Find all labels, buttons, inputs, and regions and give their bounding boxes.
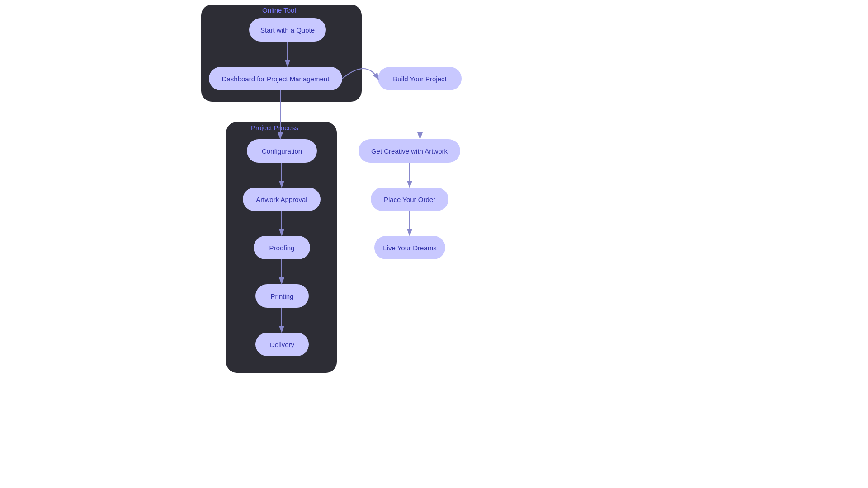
group-label-project-process: Project Process [251,124,298,131]
node-get-creative[interactable]: Get Creative with Artwork [359,139,460,163]
node-delivery[interactable]: Delivery [255,333,309,356]
node-artwork-approval[interactable]: Artwork Approval [243,188,321,211]
node-place-order[interactable]: Place Your Order [371,188,448,211]
node-start-quote[interactable]: Start with a Quote [249,18,326,42]
group-label-online-tool: Online Tool [262,6,296,14]
node-build-project[interactable]: Build Your Project [378,67,462,90]
node-configuration[interactable]: Configuration [247,139,317,163]
node-live-dreams[interactable]: Live Your Dreams [374,236,445,259]
node-proofing[interactable]: Proofing [254,236,310,259]
node-dashboard[interactable]: Dashboard for Project Management [209,67,342,90]
diagram-container: Online Tool Project Process Start with a… [0,0,868,488]
node-printing[interactable]: Printing [255,284,309,308]
